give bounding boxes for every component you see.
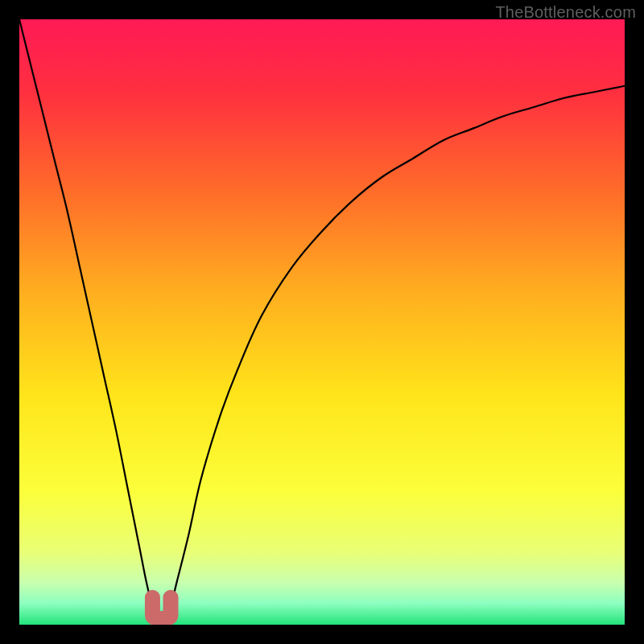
- watermark-text: TheBottleneck.com: [495, 3, 636, 22]
- plot-area: [19, 19, 625, 625]
- gradient-background: [19, 19, 625, 625]
- chart-frame: TheBottleneck.com: [0, 0, 644, 644]
- chart-svg: [19, 19, 625, 625]
